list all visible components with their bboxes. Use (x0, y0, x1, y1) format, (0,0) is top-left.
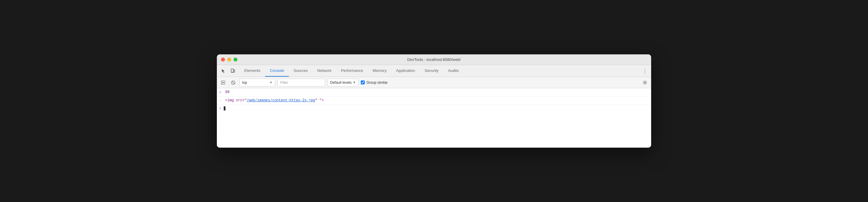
tab-performance[interactable]: Performance (336, 65, 368, 77)
more-tabs-button[interactable]: ⋮ (641, 67, 649, 75)
group-similar-checkbox[interactable] (361, 80, 365, 85)
console-settings-button[interactable] (641, 79, 649, 87)
tab-console[interactable]: Console (265, 65, 289, 77)
console-toolbar: top ▼ Default levels ▼ Group similar (217, 77, 651, 88)
run-script-button[interactable] (219, 79, 227, 87)
devtools-window: DevTools - localhost:8080/web/ Elements (217, 54, 651, 148)
svg-line-5 (232, 81, 235, 84)
clear-console-button[interactable] (229, 79, 237, 87)
device-icon (230, 69, 235, 73)
image-link[interactable]: /web/images/content-https-2x.jpg (247, 98, 315, 102)
levels-selector[interactable]: Default levels ▼ (328, 79, 359, 87)
title-bar: DevTools - localhost:8080/web/ (217, 54, 651, 65)
tab-application[interactable]: Application (392, 65, 420, 77)
toolbar-icons (219, 67, 237, 75)
tab-bar: Elements Console Sources Network Perform… (217, 65, 651, 77)
console-html-output: <img src="/web/images/content-https-2x.j… (225, 98, 323, 103)
console-return-line: ← <img src="/web/images/content-https-2x… (217, 97, 651, 105)
prompt-arrow: > (219, 107, 221, 110)
tab-audits[interactable]: Audits (443, 65, 463, 77)
inspect-element-button[interactable] (219, 67, 227, 75)
filter-input[interactable] (278, 79, 325, 87)
svg-rect-1 (234, 70, 235, 72)
device-toggle-button[interactable] (229, 67, 237, 75)
minimize-button[interactable] (227, 58, 231, 62)
maximize-button[interactable] (234, 58, 237, 62)
tab-list: Elements Console Sources Network Perform… (240, 65, 641, 77)
console-cursor (224, 106, 225, 110)
console-prompt-line[interactable]: > (217, 105, 651, 112)
cursor-icon (221, 69, 226, 73)
console-return-arrow: ← (219, 98, 223, 103)
window-title: DevTools - localhost:8080/web/ (407, 57, 461, 62)
settings-icon (643, 80, 647, 85)
tab-sources[interactable]: Sources (289, 65, 313, 77)
svg-point-6 (644, 82, 646, 83)
context-selector[interactable]: top ▼ (240, 79, 275, 87)
console-content: > $0 ← <img src="/web/images/content-htt… (217, 88, 651, 148)
levels-dropdown-arrow: ▼ (353, 81, 356, 84)
console-line: > $0 (217, 88, 651, 97)
tab-network[interactable]: Network (313, 65, 336, 77)
tab-memory[interactable]: Memory (368, 65, 392, 77)
tab-security[interactable]: Security (420, 65, 443, 77)
console-output-text: $0 (225, 90, 229, 95)
close-button[interactable] (221, 58, 225, 62)
run-icon (221, 80, 225, 85)
context-dropdown-arrow: ▼ (270, 81, 273, 84)
console-input-arrow: > (219, 90, 223, 95)
clear-icon (231, 80, 235, 85)
tab-elements[interactable]: Elements (240, 65, 265, 77)
traffic-lights (217, 58, 237, 62)
group-similar-label[interactable]: Group similar (361, 80, 388, 85)
